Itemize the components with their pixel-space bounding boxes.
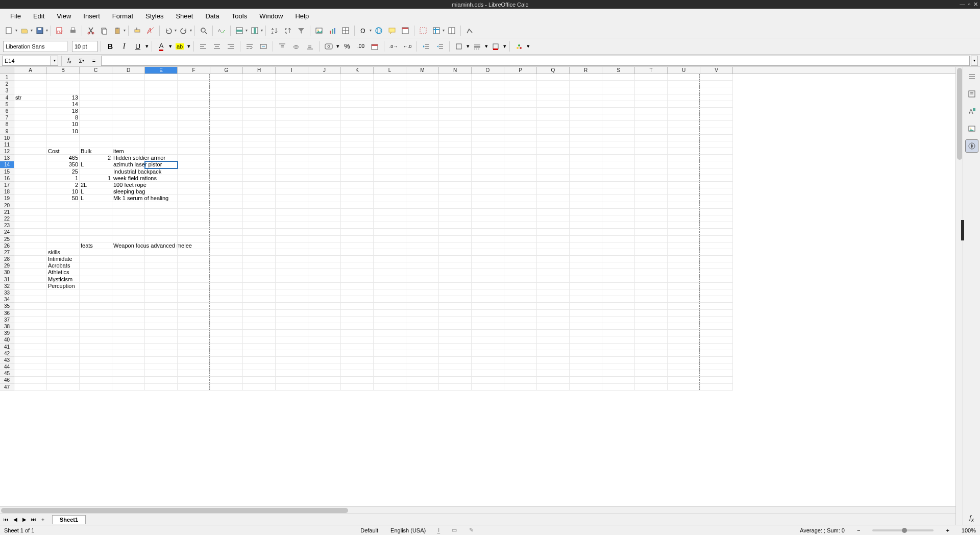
cell[interactable] [145,195,178,202]
cell[interactable] [406,101,439,108]
cell[interactable] [308,229,341,235]
cell[interactable] [112,357,145,363]
cell[interactable] [341,141,374,148]
cell[interactable] [635,188,668,195]
cell[interactable] [112,377,145,383]
cell[interactable] [635,276,668,283]
cell[interactable] [700,182,733,188]
cell[interactable] [537,114,570,121]
cell[interactable] [47,229,80,235]
cell[interactable] [472,114,504,121]
cell[interactable] [374,303,406,309]
cell[interactable] [472,87,504,94]
cell[interactable] [47,222,80,229]
cell[interactable] [374,249,406,256]
column-header[interactable]: T [635,67,668,74]
cell[interactable] [145,222,178,229]
cell[interactable] [112,256,145,262]
cell[interactable] [276,336,308,343]
cell[interactable] [635,175,668,182]
cell[interactable] [210,215,243,222]
prev-sheet-button[interactable]: ◀ [11,516,19,524]
cell[interactable] [276,202,308,209]
column-header[interactable]: A [14,67,47,74]
cell[interactable] [537,108,570,114]
cell[interactable] [47,330,80,336]
cell[interactable]: Mk 1 serum of healing [112,195,145,202]
cell[interactable] [472,330,504,336]
cell[interactable] [341,168,374,175]
cell[interactable] [14,148,47,155]
cell[interactable] [439,161,472,168]
row-header[interactable]: 27 [0,249,14,256]
cell[interactable] [439,336,472,343]
cell[interactable] [112,229,145,235]
cell[interactable]: L [80,161,112,168]
cell[interactable] [570,101,602,108]
cell[interactable] [80,330,112,336]
cell[interactable] [635,182,668,188]
cell[interactable] [570,317,602,323]
cell[interactable] [635,101,668,108]
cell[interactable] [14,121,47,128]
cell[interactable] [537,74,570,81]
cell[interactable] [308,249,341,256]
cell[interactable] [341,215,374,222]
cell[interactable] [80,357,112,363]
cell[interactable] [700,296,733,303]
number-button[interactable]: .00 [355,40,367,53]
cell[interactable] [406,222,439,229]
cell[interactable] [570,377,602,383]
cell[interactable] [145,283,178,289]
cell[interactable] [472,323,504,330]
cell[interactable] [276,222,308,229]
cell[interactable] [243,303,276,309]
cell[interactable] [243,121,276,128]
cell[interactable] [276,175,308,182]
cell[interactable] [668,269,700,276]
cell[interactable] [80,310,112,317]
cell[interactable] [472,74,504,81]
borders-button[interactable] [453,40,465,53]
cell[interactable] [700,256,733,262]
cell[interactable] [668,74,700,81]
cell[interactable] [243,215,276,222]
cell[interactable] [602,74,635,81]
spreadsheet-grid[interactable]: 1234str1351461878810910101112CostBulkite… [0,74,955,506]
cell[interactable] [178,289,210,296]
cell[interactable] [504,81,537,87]
cell[interactable]: 1 [80,175,112,182]
cell[interactable] [80,168,112,175]
cell[interactable]: 2L [80,182,112,188]
cell[interactable] [504,74,537,81]
cell[interactable] [570,336,602,343]
cell[interactable] [635,370,668,377]
cell[interactable] [178,317,210,323]
formula-button[interactable]: = [88,56,100,66]
cell[interactable] [145,81,178,87]
cell[interactable] [668,215,700,222]
cell[interactable] [406,236,439,242]
row-header[interactable]: 11 [0,141,14,148]
cell[interactable] [14,155,47,161]
cell[interactable] [276,101,308,108]
cell[interactable] [210,202,243,209]
cell[interactable] [374,215,406,222]
cell[interactable] [276,74,308,81]
cell[interactable] [635,81,668,87]
cell[interactable] [374,209,406,215]
cell[interactable] [439,357,472,363]
cell[interactable] [341,182,374,188]
cell[interactable] [374,289,406,296]
horizontal-scrollbar[interactable] [0,506,955,514]
cell[interactable] [145,87,178,94]
cell[interactable] [178,215,210,222]
cell[interactable] [700,336,733,343]
cell[interactable] [308,363,341,370]
cell[interactable] [145,182,178,188]
cell[interactable] [570,242,602,249]
cell[interactable] [374,370,406,377]
cell[interactable] [210,101,243,108]
row-header[interactable]: 42 [0,350,14,357]
cell[interactable] [14,323,47,330]
